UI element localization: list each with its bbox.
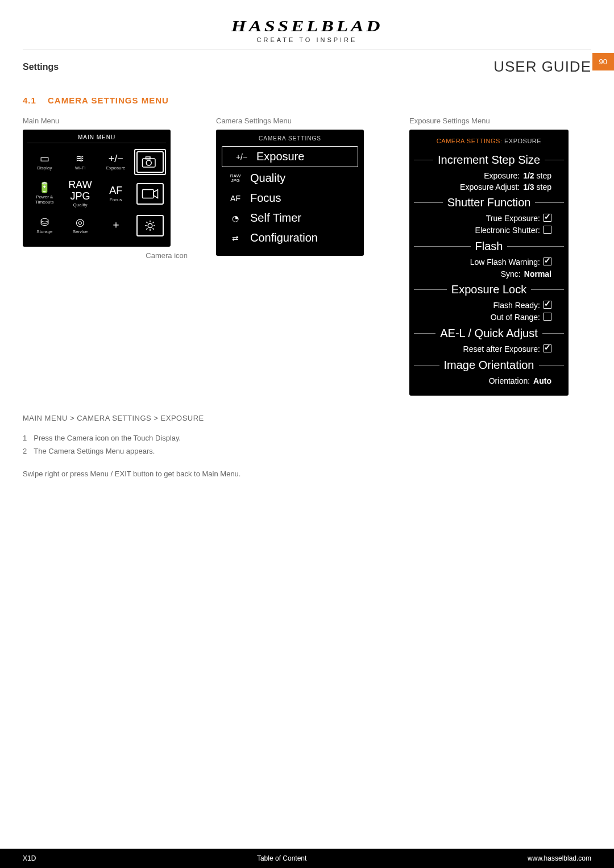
exposure-setting-row[interactable]: Exposure Adjust:1/3 step: [409, 181, 569, 193]
section-number: 4.1: [23, 95, 36, 105]
step-text: Press the Camera icon on the Touch Displ…: [34, 433, 181, 444]
step-item: 2The Camera Settings Menu appears.: [23, 446, 307, 457]
main-menu-item[interactable]: 🔋Power & Timeouts: [27, 182, 62, 205]
col-camera-settings: Camera Settings Menu CAMERA SETTINGS +/−…: [216, 117, 398, 396]
exposure-crumb-orange: CAMERA SETTINGS:: [437, 138, 503, 144]
checkbox-icon: [544, 214, 551, 222]
menu-item-icon: ⛁: [27, 217, 62, 229]
main-menu-title: MAIN MENU: [27, 134, 166, 143]
setting-key: Reset after Exposure:: [426, 344, 544, 354]
exposure-setting-row[interactable]: True Exposure:: [409, 213, 569, 225]
exposure-setting-row[interactable]: Low Flash Warning:: [409, 256, 569, 268]
menu-focus[interactable]: AFFocus: [216, 188, 364, 208]
menu-item-label: Exposure: [106, 165, 126, 171]
page-footer: X1D Table of Content www.hasselblad.com: [0, 849, 614, 868]
main-menu-item[interactable]: ≋Wi-Fi: [63, 153, 98, 171]
menu-item-icon: ＋: [98, 219, 133, 231]
page-number-badge: 90: [592, 53, 614, 70]
screenshot-columns: Main Menu MAIN MENU ▭Display≋Wi-Fi+/−Exp…: [23, 117, 591, 396]
menu-item-label: Quality: [73, 202, 88, 207]
svg-line-12: [146, 229, 147, 230]
col-main-menu: Main Menu MAIN MENU ▭Display≋Wi-Fi+/−Exp…: [23, 117, 205, 396]
instruction-text: MAIN MENU > CAMERA SETTINGS > EXPOSURE 1…: [23, 413, 307, 479]
caption-main-menu: Main Menu: [23, 117, 205, 125]
checkbox-icon: [544, 301, 551, 309]
step-item: 1Press the Camera icon on the Touch Disp…: [23, 433, 307, 444]
menu-item-icon: +/−: [98, 153, 133, 165]
setting-key: Sync:: [426, 269, 524, 279]
svg-line-9: [146, 222, 147, 223]
menu-item-label: Power & Timeouts: [35, 194, 54, 205]
setting-key: Electronic Shutter:: [426, 226, 544, 235]
footer-center[interactable]: Table of Content: [257, 854, 306, 862]
menu-configuration[interactable]: ⇄Configuration: [216, 228, 364, 248]
exposure-group-title: Flash: [409, 240, 569, 253]
svg-point-4: [148, 223, 152, 228]
exposure-setting-row[interactable]: Electronic Shutter:: [409, 225, 569, 236]
menu-item-icon: ≋: [63, 153, 98, 165]
svg-rect-3: [143, 190, 154, 198]
col-exposure-settings: Exposure Settings Menu CAMERA SETTINGS: …: [409, 117, 591, 396]
setting-key: Out of Range:: [426, 313, 544, 322]
main-menu-item[interactable]: ▭Display: [27, 153, 62, 171]
settings-row-label: Focus: [250, 192, 281, 205]
setting-key: Low Flash Warning:: [426, 258, 544, 267]
settings-row-icon: ⇄: [227, 234, 243, 243]
menu-quality[interactable]: RAWJPGQuality: [216, 168, 364, 188]
setting-value: 1/3 step: [523, 182, 551, 192]
setting-value: Normal: [524, 269, 551, 279]
menu-item-label: Focus: [110, 197, 122, 202]
exposure-group-title: AE-L / Quick Adjust: [409, 327, 569, 340]
brand-tagline: CREATE TO INSPIRE: [23, 36, 591, 43]
menu-item-icon: AF: [98, 185, 133, 197]
setting-key: Exposure Adjust:: [426, 182, 523, 192]
device-exposure-settings: CAMERA SETTINGS: EXPOSURE Increment Step…: [409, 130, 569, 396]
main-menu-item[interactable]: RAW JPGQuality: [63, 180, 98, 208]
main-menu-item[interactable]: AFFocus: [98, 185, 133, 203]
settings-row-label: Quality: [250, 172, 285, 185]
step-number: 1: [23, 433, 27, 444]
menu-item-icon: ▭: [27, 153, 62, 165]
main-menu-item[interactable]: ◎Service: [63, 217, 98, 235]
brand-logo: HASSELBLAD: [0, 17, 614, 35]
exposure-setting-row[interactable]: Out of Range:: [409, 312, 569, 323]
camera-icon[interactable]: [134, 149, 166, 175]
exposure-setting-row[interactable]: Exposure:1/2 step: [409, 170, 569, 181]
exposure-setting-row[interactable]: Flash Ready:: [409, 300, 569, 312]
footer-right[interactable]: www.hasselblad.com: [528, 854, 591, 862]
step-text: The Camera Settings Menu appears.: [34, 446, 155, 457]
menu-item-label: Storage: [36, 229, 52, 234]
step-number: 2: [23, 446, 27, 457]
section-label: Settings: [23, 62, 59, 72]
main-menu-item[interactable]: ＋: [98, 219, 133, 232]
settings-row-icon: RAWJPG: [227, 174, 243, 183]
caption-camera-settings: Camera Settings Menu: [216, 117, 398, 125]
exposure-setting-row[interactable]: Orientation:Auto: [409, 375, 569, 387]
main-menu-item[interactable]: +/−Exposure: [98, 153, 133, 171]
menu-item-label: Display: [37, 165, 52, 171]
caption-exposure-settings: Exposure Settings Menu: [409, 117, 591, 125]
steps-list: 1Press the Camera icon on the Touch Disp…: [23, 433, 307, 457]
menu-selftimer[interactable]: ◔Self Timer: [216, 208, 364, 228]
svg-line-11: [153, 222, 154, 223]
doc-title: USER GUIDE: [493, 58, 591, 76]
exposure-group-title: Image Orientation: [409, 359, 569, 372]
exposure-group-title: Increment Step Size: [409, 153, 569, 167]
exposure-setting-row[interactable]: Reset after Exposure:: [409, 343, 569, 355]
menu-exposure[interactable]: +/−Exposure: [222, 146, 358, 167]
checkbox-icon: [544, 344, 551, 352]
setting-key: Flash Ready:: [426, 301, 544, 310]
camera-settings-title: CAMERA SETTINGS: [216, 130, 364, 145]
video-icon[interactable]: [136, 183, 164, 205]
subheader: Settings USER GUIDE 90: [23, 49, 591, 90]
menu-item-icon: RAW JPG: [63, 180, 98, 202]
gear-icon[interactable]: [136, 215, 164, 236]
checkbox-icon: [544, 258, 551, 265]
checkbox-icon: [544, 313, 551, 321]
settings-row-label: Configuration: [250, 231, 318, 244]
exposure-setting-row[interactable]: Sync:Normal: [409, 268, 569, 280]
settings-row-icon: ◔: [227, 214, 243, 223]
menu-item-icon: 🔋: [27, 182, 62, 194]
setting-value: 1/2 step: [523, 171, 551, 180]
main-menu-item[interactable]: ⛁Storage: [27, 217, 62, 235]
